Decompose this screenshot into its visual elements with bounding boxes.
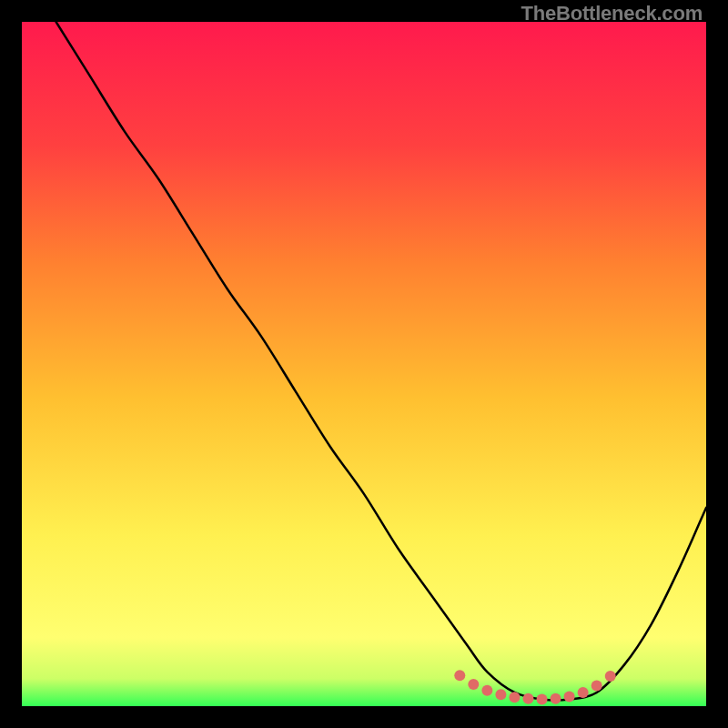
chart-frame (22, 22, 706, 706)
highlight-dot (522, 693, 533, 704)
highlight-dot (495, 689, 506, 700)
highlight-dot (454, 670, 465, 681)
highlight-dot (509, 692, 520, 703)
highlight-dot (605, 671, 616, 682)
bottleneck-chart (22, 22, 706, 706)
highlight-dot (537, 693, 548, 704)
watermark-text: TheBottleneck.com (521, 2, 703, 25)
gradient-background (22, 22, 706, 706)
highlight-dot (564, 691, 575, 702)
highlight-dot (578, 687, 589, 698)
highlight-dot (468, 679, 479, 690)
highlight-dot (592, 680, 602, 691)
highlight-dot (481, 685, 492, 696)
highlight-dot (551, 693, 561, 704)
